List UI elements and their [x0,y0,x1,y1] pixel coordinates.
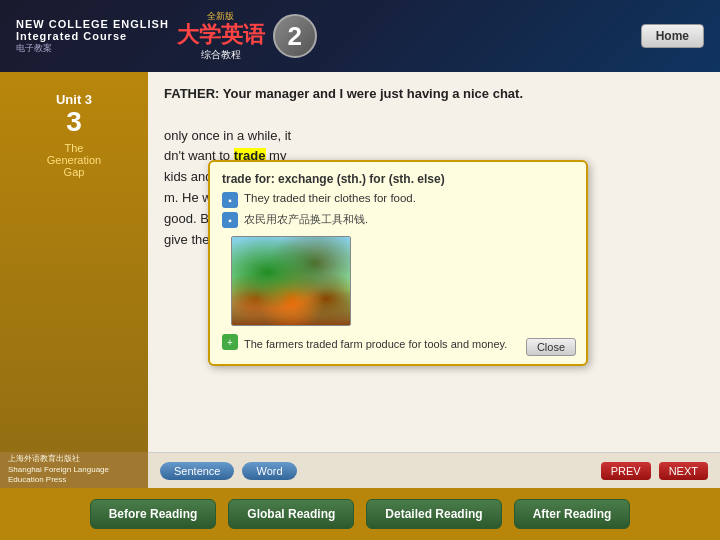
header-title-line1: NEW COLLEGE ENGLISH [16,18,169,30]
header: NEW COLLEGE ENGLISH Integrated Course 电子… [0,0,720,72]
sidebar-unit-number: 3 [66,107,82,138]
tab-detailed-reading[interactable]: Detailed Reading [366,499,501,529]
main-line11: only once in a while, it [164,126,704,147]
tooltip-right-text [368,236,574,248]
next-button[interactable]: NEXT [659,462,708,480]
tooltip-example1: ▪ They traded their clothes for food. [222,192,574,208]
sidebar-subtitle3: Gap [64,166,85,178]
publisher-chinese: 上海外语教育出版社 [8,454,140,464]
home-button[interactable]: Home [641,24,704,48]
tooltip-image [231,236,351,326]
tooltip-close-button[interactable]: Close [526,338,576,356]
main-content: FATHER: Your manager and I were just hav… [148,72,720,488]
header-title-line2: Integrated Course [16,30,169,42]
tooltip-example2: ▪ 农民用农产品换工具和钱. [222,212,574,228]
nav-tabs: Before Reading Global Reading Detailed R… [0,488,720,540]
header-chinese: 全新版 大学英语 综合教程 [177,10,265,61]
sidebar-subtitle2: Generation [47,154,101,166]
bottom-toolbar: Sentence Word PREV NEXT [148,452,720,488]
header-logo: NEW COLLEGE ENGLISH Integrated Course 电子… [16,18,169,55]
main-line1: FATHER: Your manager and I were just hav… [164,86,523,101]
header-number: 2 [273,14,317,58]
tooltip-bottom-line [368,236,574,248]
word-button[interactable]: Word [242,462,296,480]
tooltip-image-row [222,232,574,330]
tab-global-reading[interactable]: Global Reading [228,499,354,529]
header-chinese-main: 大学英语 [177,23,265,47]
tooltip-icon-2: ▪ [222,212,238,228]
tooltip-popup: trade for: exchange (sth.) for (sth. els… [208,160,588,366]
sentence-button[interactable]: Sentence [160,462,234,480]
sidebar-subtitle1: The [65,142,84,154]
publisher-english: Shanghai Foreign Language Education Pres… [8,465,140,486]
tooltip-bottom-example: + The farmers traded farm produce for to… [222,334,574,350]
header-edition: 电子教案 [16,42,169,55]
prev-button[interactable]: PREV [601,462,651,480]
tab-before-reading[interactable]: Before Reading [90,499,217,529]
tooltip-plus-icon: + [222,334,238,350]
tooltip-icon-1: ▪ [222,192,238,208]
header-chinese-sub: 综合教程 [201,48,241,62]
tooltip-title: trade for: exchange (sth.) for (sth. els… [222,172,574,186]
publisher-info: 上海外语教育出版社 Shanghai Foreign Language Educ… [0,452,148,488]
sidebar-unit-label: Unit 3 [56,92,92,107]
tab-after-reading[interactable]: After Reading [514,499,631,529]
